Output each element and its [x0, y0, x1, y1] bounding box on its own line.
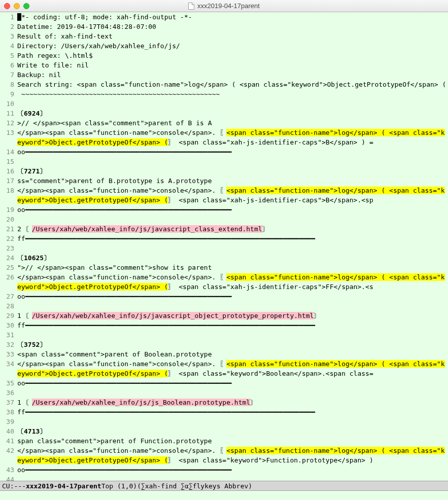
file-path[interactable]: /Users/xah/web/xahlee_info/js/js_Boolean… — [32, 399, 250, 406]
editor-line[interactable]: 26</span><span class="function-name">con… — [0, 272, 448, 292]
editor-line[interactable]: 20 — [0, 215, 448, 224]
line-content[interactable]: ~~~~~~~~~~~~~~~~~~~~~~~~~~~~~~~~~~~~~~~~… — [17, 89, 448, 99]
editor-line[interactable]: 44 — [0, 475, 448, 481]
editor-line[interactable]: 3Result of: xah-find-text — [0, 31, 448, 41]
editor-line[interactable]: 31 — [0, 330, 448, 340]
line-content[interactable] — [17, 417, 448, 426]
editor-line[interactable]: 9 ~~~~~~~~~~~~~~~~~~~~~~~~~~~~~~~~~~~~~~… — [0, 89, 448, 99]
editor-line[interactable]: 38ff━━━━━━━━━━━━━━━━━━━━━━━━━━━━━━━━━━━━… — [0, 407, 448, 417]
editor-line[interactable]: 2Datetime: 2019-04-17T04:48:28-07:00 — [0, 22, 448, 31]
line-content[interactable]: </span><span class="function-name">conso… — [17, 359, 448, 378]
editor-line[interactable]: 13</span><span class="function-name">con… — [0, 128, 448, 147]
editor-line[interactable]: 28 — [0, 301, 448, 311]
line-content[interactable]: oo━━━━━━━━━━━━━━━━━━━━━━━━━━━━━━━━━━━━━━… — [17, 465, 448, 475]
editor-line[interactable]: 11〔6924〕 — [0, 109, 448, 118]
line-content[interactable]: 1 〘/Users/xah/web/xahlee_info/js/js_Bool… — [17, 398, 448, 407]
editor-line[interactable]: 34</span><span class="function-name">con… — [0, 359, 448, 378]
line-content[interactable] — [17, 330, 448, 340]
editor-line[interactable]: 15 — [0, 157, 448, 166]
editor-line[interactable]: 19oo━━━━━━━━━━━━━━━━━━━━━━━━━━━━━━━━━━━━… — [0, 205, 448, 215]
line-content[interactable] — [17, 388, 448, 398]
minibuffer[interactable] — [0, 491, 448, 500]
editor-line[interactable]: 291 〘/Users/xah/web/xahlee_info/js/javas… — [0, 311, 448, 320]
editor-line[interactable]: 24〔10625〕 — [0, 253, 448, 263]
editor-line[interactable]: 8Search string: <span class="function-na… — [0, 80, 448, 89]
line-content[interactable]: ff━━━━━━━━━━━━━━━━━━━━━━━━━━━━━━━━━━━━━━… — [17, 234, 448, 243]
line-content[interactable] — [17, 243, 448, 253]
close-icon[interactable] — [4, 3, 10, 9]
line-content[interactable]: 〔4713〕 — [17, 426, 448, 436]
line-content[interactable]: Result of: xah-find-text — [17, 31, 448, 41]
minimize-icon[interactable] — [14, 3, 20, 9]
zoom-icon[interactable] — [23, 3, 29, 9]
file-path[interactable]: /Users/xah/web/xahlee_info/js/javascript… — [32, 225, 262, 233]
editor-line[interactable]: 42</span><span class="function-name">con… — [0, 446, 448, 465]
editor-line[interactable]: 6Write to file: nil — [0, 60, 448, 70]
editor-line[interactable]: 43oo━━━━━━━━━━━━━━━━━━━━━━━━━━━━━━━━━━━━… — [0, 465, 448, 475]
line-content[interactable]: 1 〘/Users/xah/web/xahlee_info/js/javascr… — [17, 311, 448, 320]
line-content[interactable]: <span class="comment">parent of Boolean.… — [17, 349, 448, 359]
editor-line[interactable]: 17ss="comment">parent of B.prototype is … — [0, 176, 448, 186]
editor-line[interactable]: 33<span class="comment">parent of Boolea… — [0, 349, 448, 359]
editor-line[interactable]: 39 — [0, 417, 448, 426]
line-content[interactable]: 2 〘/Users/xah/web/xahlee_info/js/javascr… — [17, 224, 448, 234]
editor-line[interactable]: 10 — [0, 99, 448, 109]
editor-line[interactable]: 36 — [0, 388, 448, 398]
line-content[interactable]: ss="comment">parent of B.prototype is A.… — [17, 176, 448, 186]
editor-line[interactable]: 16〔7271〕 — [0, 166, 448, 176]
line-content[interactable] — [17, 301, 448, 311]
line-content[interactable]: Datetime: 2019-04-17T04:48:28-07:00 — [17, 22, 448, 31]
line-number: 28 — [0, 301, 17, 311]
editor-line[interactable]: 5Path regex: \.html$ — [0, 51, 448, 60]
mode-line[interactable]: CU:--- xxx2019-04-17parent Top (1,0) (∑x… — [0, 481, 448, 491]
line-content[interactable] — [17, 99, 448, 109]
line-content[interactable]: Directory: /Users/xah/web/xahlee_info/js… — [17, 41, 448, 51]
line-content[interactable]: Search string: <span class="function-nam… — [17, 80, 448, 89]
line-content[interactable]: </span><span class="function-name">conso… — [17, 186, 448, 205]
editor-line[interactable]: 371 〘/Users/xah/web/xahlee_info/js/js_Bo… — [0, 398, 448, 407]
line-number: 8 — [0, 80, 17, 89]
line-content[interactable]: Path regex: \.html$ — [17, 51, 448, 60]
line-content[interactable]: *- coding: utf-8; mode: xah-find-output … — [17, 12, 448, 22]
editor-line[interactable]: 12>// </span><span class="comment">paren… — [0, 118, 448, 128]
editor-line[interactable]: 14oo━━━━━━━━━━━━━━━━━━━━━━━━━━━━━━━━━━━━… — [0, 147, 448, 157]
line-content[interactable]: 〔7271〕 — [17, 166, 448, 176]
editor-area[interactable]: 1*- coding: utf-8; mode: xah-find-output… — [0, 12, 448, 481]
line-content[interactable] — [17, 215, 448, 224]
line-content[interactable]: 〔3752〕 — [17, 340, 448, 349]
line-content[interactable]: span class="comment">parent of Function.… — [17, 436, 448, 446]
editor-line[interactable]: 7Backup: nil — [0, 70, 448, 80]
line-content[interactable]: ">// </span><span class="comment">show i… — [17, 263, 448, 272]
editor-line[interactable]: 30ff━━━━━━━━━━━━━━━━━━━━━━━━━━━━━━━━━━━━… — [0, 320, 448, 330]
line-content[interactable]: oo━━━━━━━━━━━━━━━━━━━━━━━━━━━━━━━━━━━━━━… — [17, 378, 448, 388]
line-content[interactable]: ff━━━━━━━━━━━━━━━━━━━━━━━━━━━━━━━━━━━━━━… — [17, 407, 448, 417]
editor-line[interactable]: 4Directory: /Users/xah/web/xahlee_info/j… — [0, 41, 448, 51]
line-content[interactable]: 〔10625〕 — [17, 253, 448, 263]
line-content[interactable] — [17, 475, 448, 481]
line-content[interactable] — [17, 157, 448, 166]
editor-line[interactable]: 18</span><span class="function-name">con… — [0, 186, 448, 205]
editor-line[interactable]: 22ff━━━━━━━━━━━━━━━━━━━━━━━━━━━━━━━━━━━━… — [0, 234, 448, 243]
editor-line[interactable]: 40〔4713〕 — [0, 426, 448, 436]
editor-line[interactable]: 35oo━━━━━━━━━━━━━━━━━━━━━━━━━━━━━━━━━━━━… — [0, 378, 448, 388]
line-content[interactable]: </span><span class="function-name">conso… — [17, 446, 448, 465]
editor-line[interactable]: 212 〘/Users/xah/web/xahlee_info/js/javas… — [0, 224, 448, 234]
line-content[interactable]: Backup: nil — [17, 70, 448, 80]
line-content[interactable]: </span><span class="function-name">conso… — [17, 128, 448, 147]
line-content[interactable]: </span><span class="function-name">conso… — [17, 272, 448, 292]
line-content[interactable]: oo━━━━━━━━━━━━━━━━━━━━━━━━━━━━━━━━━━━━━━… — [17, 292, 448, 301]
editor-line[interactable]: 25">// </span><span class="comment">show… — [0, 263, 448, 272]
line-content[interactable]: oo━━━━━━━━━━━━━━━━━━━━━━━━━━━━━━━━━━━━━━… — [17, 205, 448, 215]
editor-line[interactable]: 32〔3752〕 — [0, 340, 448, 349]
line-content[interactable]: ff━━━━━━━━━━━━━━━━━━━━━━━━━━━━━━━━━━━━━━… — [17, 320, 448, 330]
line-content[interactable]: oo━━━━━━━━━━━━━━━━━━━━━━━━━━━━━━━━━━━━━━… — [17, 147, 448, 157]
editor-line[interactable]: 27oo━━━━━━━━━━━━━━━━━━━━━━━━━━━━━━━━━━━━… — [0, 292, 448, 301]
line-content[interactable]: Write to file: nil — [17, 60, 448, 70]
line-content[interactable]: >// </span><span class="comment">parent … — [17, 118, 448, 128]
editor-line[interactable]: 23 — [0, 243, 448, 253]
line-content[interactable]: 〔6924〕 — [17, 109, 448, 118]
editor-line[interactable]: 41span class="comment">parent of Functio… — [0, 436, 448, 446]
line-number: 20 — [0, 215, 17, 224]
file-path[interactable]: /Users/xah/web/xahlee_info/js/javascript… — [32, 312, 314, 319]
editor-line[interactable]: 1*- coding: utf-8; mode: xah-find-output… — [0, 12, 448, 22]
